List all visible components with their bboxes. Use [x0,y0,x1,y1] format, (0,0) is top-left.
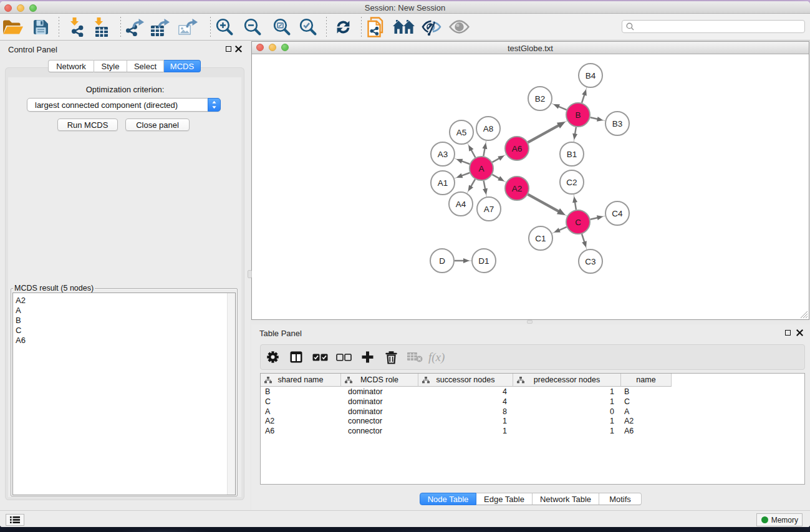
tab-mcds[interactable]: MCDS [164,60,201,72]
save-session-button[interactable] [28,15,53,39]
column-header-predecessor-nodes[interactable]: predecessor nodes [513,374,621,387]
node-label-B2: B2 [535,94,546,104]
edge-arrow [456,173,463,178]
control-panel: Control Panel NetworkStyleSelectMCDS Opt… [0,41,250,510]
column-header-MCDS-role[interactable]: MCDS role [341,374,418,387]
zoom-selected-icon [299,17,317,36]
table-close-panel-icon[interactable] [796,329,803,336]
result-list-item[interactable]: B [13,315,235,325]
edge-A-A1[interactable] [461,173,470,176]
table-settings-button[interactable] [261,346,284,369]
tab-label: Node Table [428,495,469,504]
edge-A2-C[interactable] [528,195,559,211]
edge-B-B2[interactable] [558,107,566,110]
tab-label: Edge Table [484,495,524,504]
splitter-grip-left[interactable] [248,270,252,278]
memory-button[interactable]: Memory [756,513,803,526]
table-float-panel-icon[interactable] [785,330,791,336]
import-table-button[interactable] [87,15,112,39]
select-all-columns-button[interactable] [308,346,332,369]
toolbar-separator [59,17,59,37]
column-type-icon [422,377,430,384]
edge-B-B1[interactable] [575,127,576,135]
table-row[interactable]: A2connector11A2 [261,416,804,426]
result-list-item[interactable]: A [13,305,235,315]
task-history-button[interactable] [6,514,24,526]
edge-C-C1[interactable] [559,227,566,230]
edge-A6-B[interactable] [528,125,559,142]
zoom-selected-button[interactable] [296,15,321,39]
split-columns-button[interactable] [284,346,308,369]
edge-A-A5[interactable] [471,150,475,157]
task-list-icon [10,516,20,524]
result-list-item[interactable]: C [13,325,235,335]
mcds-result-title: MCDS result (5 nodes) [13,284,95,293]
mcds-result-list[interactable]: A2ABCA6 [12,293,236,495]
zoom-out-button[interactable] [240,15,265,39]
tab-edge-table[interactable]: Edge Table [476,493,533,505]
tab-motifs[interactable]: Motifs [599,493,642,505]
node-label-B: B [575,110,581,120]
network-manager-button[interactable] [364,15,389,39]
network-resize-grip[interactable] [800,311,808,319]
edge-C-C2[interactable] [575,202,576,210]
edge-C-C4[interactable] [591,218,598,220]
edge-A-A3[interactable] [461,161,470,164]
open-file-button[interactable] [1,15,26,39]
edge-C-C3[interactable] [582,234,584,242]
column-header-successor-nodes[interactable]: successor nodes [418,374,513,387]
edge-B-B4[interactable] [582,94,584,102]
edge-arrow [498,176,504,181]
delete-table-button[interactable] [403,346,427,369]
table-panel: Table Panel f(x) shared name [251,324,810,510]
result-list-item[interactable]: A6 [13,335,235,345]
criterion-select[interactable]: largest connected component (directed) [27,98,221,112]
search-input[interactable] [637,22,804,31]
column-type-icon [517,377,524,384]
delete-row-button[interactable] [379,346,403,369]
edge-A-A8[interactable] [483,148,485,157]
column-header-name[interactable]: name [621,374,672,387]
export-image-button[interactable] [175,15,200,39]
table-row[interactable]: Bdominator41B [261,387,804,397]
hide-panel-button[interactable] [419,15,444,39]
edge-A-A6[interactable] [492,158,499,163]
run-mcds-button[interactable]: Run MCDS [57,118,118,131]
close-panel-button[interactable]: Close panel [125,118,190,131]
table-row[interactable]: Cdominator41C [261,397,804,407]
deselect-all-columns-button[interactable] [332,346,355,369]
edge-A-A4[interactable] [471,179,475,186]
export-network-button[interactable] [123,15,148,39]
edge-B-B3[interactable] [591,117,598,119]
function-builder-button[interactable]: f(x) [427,346,450,369]
float-panel-icon[interactable] [226,46,231,52]
table-row[interactable]: Adominator80A [261,407,804,417]
edge-A-A2[interactable] [492,175,499,179]
network-window-titlebar[interactable]: testGlobe.txt [252,42,809,54]
result-list-item[interactable]: A2 [13,295,235,305]
tab-select[interactable]: Select [127,60,164,72]
search-box[interactable] [622,20,805,33]
tab-network-table[interactable]: Network Table [533,493,599,505]
splitter-grip-bottom[interactable] [527,320,533,324]
zoom-in-button[interactable] [212,15,237,39]
import-network-button[interactable] [63,15,88,39]
column-header-shared-name[interactable]: shared name [261,374,341,387]
table-row[interactable]: A6connector11A6 [261,426,804,436]
network-canvas[interactable]: AA1A3A4A5A7A8A6A2BB1B2B3B4CC1C2C3C4DD1 [252,55,809,319]
export-table-button[interactable] [148,15,173,39]
fit-content-button[interactable] [269,15,294,39]
close-panel-icon[interactable] [235,46,242,52]
cell-predecessor-nodes: 1 [513,417,614,425]
edge-arrow [572,133,577,140]
home-button[interactable] [392,15,417,39]
apply-layout-button[interactable] [330,15,355,39]
edge-A-A7[interactable] [484,181,486,190]
result-list-scrollbar[interactable] [227,293,235,495]
cell-mcds-role: dominator [348,397,383,406]
show-panel-button[interactable] [446,15,471,39]
add-row-button[interactable] [355,346,379,369]
tab-network[interactable]: Network [48,60,94,72]
tab-node-table[interactable]: Node Table [420,493,476,505]
tab-style[interactable]: Style [94,60,127,72]
